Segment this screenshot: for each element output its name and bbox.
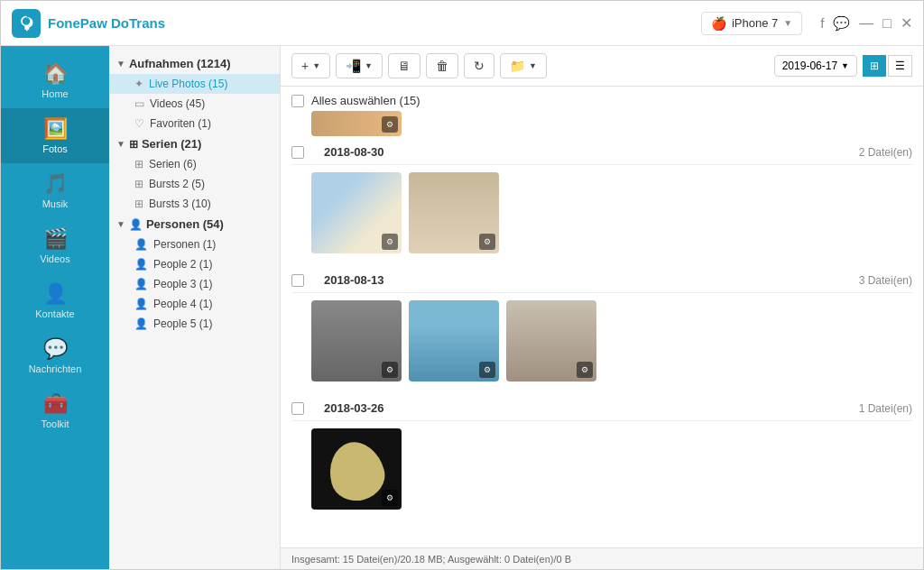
add-arrow: ▼ [312,61,320,70]
message-icon[interactable]: 💬 [833,15,850,32]
refresh-icon: ↻ [474,59,485,73]
nav-item-bursts3[interactable]: ⊞ Bursts 3 (10) [109,194,280,214]
app-name: FonePaw DoTrans [48,15,165,31]
close-button[interactable]: ✕ [901,14,912,32]
date-header-1: 2018-08-30 2 Datei(en) [291,140,912,165]
date-label-3: 2018-03-26 [324,401,384,415]
nav-item-bursts3-label: Bursts 3 (10) [149,198,211,210]
export-button[interactable]: 🖥 [388,53,420,78]
music-icon: 🎵 [43,172,68,196]
sidebar-item-videos[interactable]: 🎬 Videos [1,218,109,273]
archive-icon: 📁 [510,59,525,73]
date-checkbox-1[interactable] [291,146,304,159]
date-header-3: 2018-03-26 1 Datei(en) [291,396,912,421]
sidebar-item-nachrichten[interactable]: 💬 Nachrichten [1,328,109,383]
serien6-icon: ⊞ [134,158,143,170]
nav-item-people2[interactable]: 👤 People 2 (1) [109,254,280,274]
video-icon: 🎬 [43,227,68,251]
live-badge-bunny: ⚙ [382,234,398,250]
nav-item-people5[interactable]: 👤 People 5 (1) [109,314,280,334]
sidebar-item-toolkit[interactable]: 🧰 Toolkit [1,383,109,438]
nav-item-bursts2-label: Bursts 2 (5) [149,178,205,190]
status-text: Insgesamt: 15 Datei(en)/20.18 MB; Ausgew… [291,554,571,565]
photo-tower[interactable]: ⚙ [409,172,499,253]
nav-item-live-photos-label: Live Photos (15) [149,78,227,90]
favorites-icon: ♡ [134,117,144,130]
bursts2-icon: ⊞ [134,178,143,190]
import-button[interactable]: 📲 ▼ [336,53,383,78]
view-list-button[interactable]: ☰ [888,55,912,77]
export-icon: 🖥 [398,59,411,73]
sidebar-label-kontakte: Kontakte [35,308,74,319]
nav-section-serien-label: Serien (21) [142,137,201,151]
main-layout: 🏠 Home 🖼️ Fotos 🎵 Musik 🎬 Videos 👤 Konta… [1,46,923,569]
people2-icon: 👤 [134,258,148,271]
select-all-checkbox[interactable] [291,95,304,107]
nav-item-serien6[interactable]: ⊞ Serien (6) [109,154,280,174]
live-badge-top: ⚙ [382,116,398,133]
leaf-shape [323,436,391,506]
delete-icon: 🗑 [436,59,448,73]
refresh-button[interactable]: ↻ [464,53,494,78]
sidebar-item-kontakte[interactable]: 👤 Kontakte [1,273,109,328]
device-selector[interactable]: 🍎 iPhone 7 ▼ [701,12,802,35]
nav-item-videos[interactable]: ▭ Videos (45) [109,94,280,114]
nav-item-people3[interactable]: 👤 People 3 (1) [109,274,280,294]
date-label-2: 2018-08-13 [324,273,384,287]
date-filter[interactable]: 2019-06-17 ▼ [774,55,857,77]
sidebar-label-toolkit: Toolkit [41,418,69,429]
select-all-label: Alles auswählen (15) [311,94,420,107]
nav-item-serien6-label: Serien (6) [149,158,197,170]
sidebar-item-home[interactable]: 🏠 Home [1,53,109,108]
nav-item-favoriten-label: Favoriten (1) [150,117,211,130]
nav-section-serien[interactable]: ▼ ⊞ Serien (21) [109,133,280,154]
date-section-2018-03-26: 2018-03-26 1 Datei(en) ⚙ [291,396,912,510]
gallery-content: Alles auswählen (15) ⚙ 2018-08-30 2 Date… [281,87,923,547]
arrow-personen: ▼ [116,219,125,229]
date-filter-arrow: ▼ [841,61,849,70]
photo-sea[interactable]: ⚙ [409,300,499,382]
add-icon: + [301,59,309,73]
date-label-1: 2018-08-30 [324,145,384,159]
photo-rocks[interactable]: ⚙ [311,300,402,382]
view-grid-button[interactable]: ⊞ [863,55,886,77]
toolbar: + ▼ 📲 ▼ 🖥 🗑 ↻ 📁 ▼ [281,46,923,87]
date-checkbox-3[interactable] [291,402,304,415]
nav-section-aufnahmen[interactable]: ▼ Aufnahmen (1214) [109,53,280,74]
nav-item-bursts2[interactable]: ⊞ Bursts 2 (5) [109,174,280,194]
nav-item-favoriten[interactable]: ♡ Favoriten (1) [109,114,280,133]
photo-street[interactable]: ⚙ [506,300,596,382]
sidebar-item-fotos[interactable]: 🖼️ Fotos [1,108,109,163]
photo-grid-3: ⚙ [291,428,912,510]
date-checkbox-2[interactable] [291,274,304,287]
archive-arrow: ▼ [529,61,537,70]
file-count-1: 2 Datei(en) [859,146,912,159]
nav-item-personen1-label: Personen (1) [153,238,216,251]
photo-bunny[interactable]: ⚙ [311,172,402,253]
people5-icon: 👤 [134,317,148,330]
maximize-button[interactable]: □ [882,15,892,32]
add-button[interactable]: + ▼ [291,53,330,78]
app-window: FonePaw DoTrans 🍎 iPhone 7 ▼ f 💬 — □ ✕ 🏠… [0,0,924,570]
sidebar-label-musik: Musik [42,198,69,209]
top-strip-photo[interactable]: ⚙ [311,111,402,136]
nav-section-personen-label: Personen (54) [146,217,224,231]
nav-item-people4[interactable]: 👤 People 4 (1) [109,294,280,314]
archive-button[interactable]: 📁 ▼ [500,53,547,78]
nav-item-personen1[interactable]: 👤 Personen (1) [109,234,280,254]
live-badge-tower: ⚙ [479,234,495,250]
view-toggle: ⊞ ☰ [863,55,912,77]
nav-section-personen[interactable]: ▼ 👤 Personen (54) [109,214,280,234]
nav-item-live-photos[interactable]: ✦ Live Photos (15) [109,74,280,94]
sidebar-item-musik[interactable]: 🎵 Musik [1,163,109,218]
delete-button[interactable]: 🗑 [426,53,458,78]
import-arrow: ▼ [365,61,373,70]
chevron-down-icon: ▼ [783,18,792,28]
live-badge-rocks: ⚙ [382,362,398,378]
select-all-row: Alles auswählen (15) [291,87,912,111]
people3-icon: 👤 [134,278,148,290]
photo-leaf[interactable]: ⚙ [311,428,402,510]
minimize-button[interactable]: — [859,15,873,32]
nav-item-people5-label: People 5 (1) [153,317,212,330]
facebook-icon[interactable]: f [820,15,824,31]
